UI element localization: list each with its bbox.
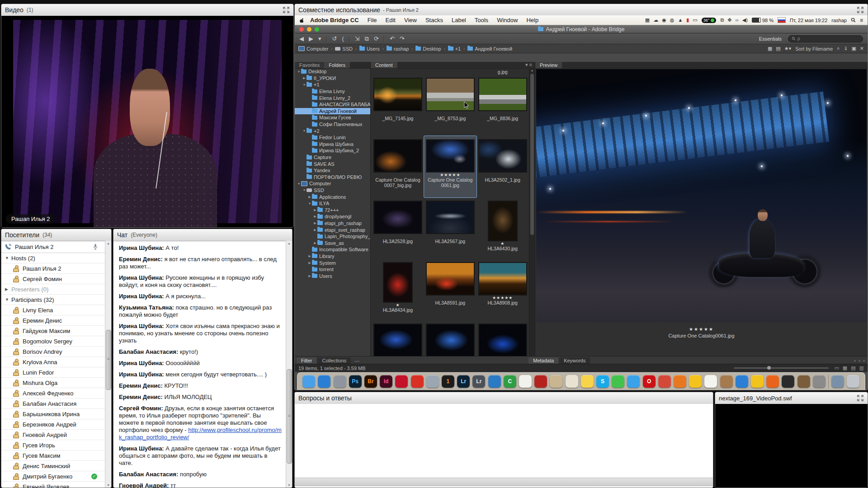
chat-pod-titlebar[interactable]: Чат (Everyone) — [113, 229, 292, 241]
fan-control-icon[interactable]: ▲ — [678, 17, 683, 23]
calendar-dock-icon[interactable] — [704, 375, 717, 388]
tab-collections[interactable]: Collections — [317, 357, 351, 364]
rating-filter-icon[interactable]: ★▾ — [784, 46, 791, 52]
rotate-left-icon[interactable]: ↶ — [390, 35, 395, 42]
displays-icon[interactable]: ⧉ — [720, 17, 724, 23]
tree-item[interactable]: Elena Livny_2 — [295, 94, 370, 101]
dictionary-dock-icon[interactable] — [534, 375, 547, 388]
thumbnail-size-slider[interactable] — [734, 367, 829, 369]
photos-icon[interactable]: ▦ — [645, 17, 650, 23]
refresh-icon[interactable]: ⟳ — [374, 35, 379, 42]
bridge-dock-icon[interactable]: Br — [364, 375, 377, 388]
chevron-right-icon[interactable]: ▶ — [307, 261, 312, 265]
tree-item[interactable]: Ирина Шубина_2 — [295, 147, 370, 154]
tree-item[interactable]: ▶Save_as — [295, 239, 370, 246]
chevron-down-icon[interactable]: ▼ — [307, 202, 312, 205]
chevron-down-icon[interactable]: ▼ — [302, 83, 307, 86]
active-speaker-row[interactable]: Рашап Илья 2 — [1, 241, 105, 253]
tree-item[interactable]: ▶Users — [295, 272, 370, 279]
thumbnail-cell[interactable]: HL3A2502_1.jpg — [476, 136, 529, 197]
thumbnail-cell[interactable]: ★HL3A8434.jpg — [372, 259, 424, 320]
thumbnail-cell[interactable]: HL3A2567.jpg — [424, 197, 476, 259]
tab-favorites[interactable]: Favorites — [295, 62, 324, 68]
chevron-right-icon[interactable]: ▶ — [313, 208, 317, 212]
tab-metadata[interactable]: Metadata — [528, 357, 558, 364]
tree-item[interactable]: ▼Desktop — [295, 68, 370, 75]
chevron-down-icon[interactable]: ▼ — [297, 70, 301, 73]
preview-app-dock-icon[interactable] — [426, 375, 439, 388]
cc-sync-icon[interactable]: ◉ — [662, 17, 666, 23]
attendee-row[interactable]: Евгений Яковлев — [1, 482, 105, 488]
quicktime-dock-icon[interactable] — [658, 375, 671, 388]
content-scrollbar[interactable]: ▲ — [529, 68, 535, 357]
thumb-size-small-icon[interactable]: ▭ — [834, 365, 839, 371]
sort-label[interactable]: Sort by Filename — [795, 46, 833, 52]
lightroom-dock-icon[interactable]: Lr — [457, 375, 470, 388]
tree-item[interactable]: Yandex — [295, 167, 370, 174]
attendee-row[interactable]: Borisov Andrey — [1, 347, 105, 357]
menu-file[interactable]: File — [368, 17, 377, 23]
qa-pod-titlebar[interactable]: Вопросы и ответы — [295, 392, 713, 404]
chevron-right-icon[interactable]: ▶ — [313, 215, 317, 218]
acrobat-reader-dock-icon[interactable] — [411, 375, 424, 388]
scrollbar-thumb[interactable] — [530, 74, 534, 235]
notification-center-icon[interactable]: ≡ — [860, 17, 863, 23]
thumbnail-cell[interactable]: _MG_8836.jpg — [476, 75, 529, 136]
indesign-dock-icon[interactable]: Id — [380, 375, 392, 388]
tree-item[interactable]: Lapin_Photography_Hov — [295, 233, 370, 240]
thumbnail-cell[interactable]: HL3A8591.jpg — [424, 259, 476, 320]
minimize-window-icon[interactable] — [307, 27, 311, 32]
chrome-dock-icon[interactable] — [689, 375, 702, 388]
new-folder-icon[interactable]: ▣ — [851, 46, 856, 52]
video-pod-titlebar[interactable]: Видео (1) — [1, 4, 293, 16]
photoshop-dock-icon[interactable]: Ps — [349, 375, 362, 388]
share-pod-titlebar[interactable]: Совместное использование - Рашап Илья 2 — [295, 4, 868, 16]
breadcrumb-item-2[interactable]: SSD — [335, 46, 353, 52]
back-icon[interactable]: ◀ — [299, 35, 304, 42]
notes-dock-icon[interactable] — [581, 375, 594, 388]
scrollbar-thumb[interactable] — [287, 369, 292, 464]
messages-dock-icon[interactable] — [612, 375, 624, 388]
workspace-view-icons[interactable]: ▫▫▫ — [854, 358, 865, 363]
tree-item[interactable]: ▶etapi_ph_rashap — [295, 220, 370, 227]
tab-preview[interactable]: Preview — [535, 62, 562, 68]
brackets-icon[interactable]: ‹› — [735, 17, 738, 23]
thumbnail-image[interactable] — [479, 140, 527, 172]
thumbnail-cell[interactable]: Capture One Catalog0007_big.jpg — [372, 136, 424, 197]
textedit-dock-icon[interactable] — [519, 375, 532, 388]
trash-dock-icon[interactable] — [847, 375, 859, 388]
dropbox-icon[interactable]: ✥ — [727, 17, 731, 23]
section-header-0[interactable]: ▼Hosts (2) — [1, 253, 105, 263]
fullscreen-icon[interactable] — [283, 6, 290, 14]
itunes-dock-icon[interactable] — [736, 375, 748, 388]
menu-user[interactable]: rashap — [831, 18, 847, 23]
tree-item[interactable]: ▼+2 — [295, 127, 370, 134]
attendees-scrollbar[interactable]: ▲ ▼ — [105, 241, 111, 488]
camera-import-icon[interactable]: ⇲ — [355, 35, 360, 42]
capture-one-dock-icon[interactable]: 1 — [442, 375, 454, 388]
tree-item[interactable]: АНАСТАСИЯ БАЛАБАН — [295, 101, 370, 108]
terminal-dock-icon[interactable] — [782, 375, 794, 388]
thumbnail-cell[interactable] — [476, 320, 529, 357]
breadcrumb-item-6[interactable]: +1 — [448, 46, 461, 52]
rotate-right-icon[interactable]: ↷ — [400, 35, 405, 42]
attendee-row[interactable]: Балабан Анастасия — [1, 399, 105, 409]
chevron-right-icon[interactable]: ▶ — [313, 228, 317, 232]
scroll-up-icon[interactable]: ▲ — [529, 69, 535, 72]
filebox-dock-icon[interactable] — [720, 375, 733, 388]
list-view-icon[interactable]: ▥ — [859, 365, 864, 371]
review-mode-icon[interactable]: ( — [342, 35, 344, 42]
attendee-row[interactable]: Гусев Игорь — [1, 440, 105, 450]
attendee-row[interactable]: Дмитрий Бугаенко✓ — [1, 471, 105, 482]
acrobat-dock-icon[interactable] — [395, 375, 408, 388]
chat-link[interactable]: http://www.profileschool.ru/promo/mk_ras… — [119, 427, 282, 441]
vlc-dock-icon[interactable] — [766, 375, 779, 388]
chevron-right-icon[interactable]: ▶ — [313, 241, 317, 245]
attendee-row[interactable]: Lunin Fedor — [1, 367, 105, 378]
finder-dock-icon[interactable] — [302, 375, 315, 388]
chevron-right-icon[interactable]: ▶ — [307, 274, 312, 278]
tree-item[interactable]: ▶Applications — [295, 193, 370, 200]
contacts-dock-icon[interactable] — [550, 375, 562, 388]
zoom-window-icon[interactable] — [315, 27, 319, 32]
coda-dock-icon[interactable]: C — [504, 375, 516, 388]
